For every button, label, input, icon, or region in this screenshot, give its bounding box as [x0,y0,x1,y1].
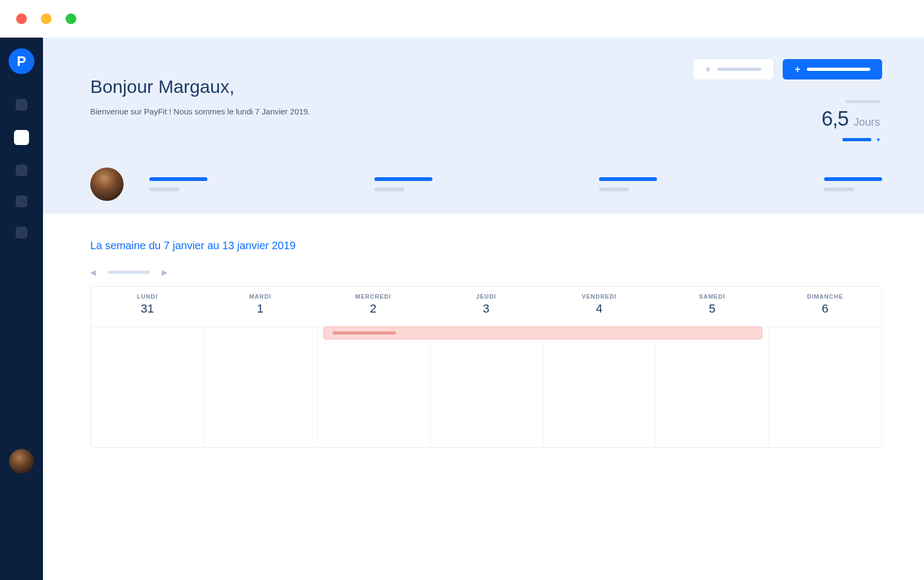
info-slot-3 [599,177,657,191]
calendar-event[interactable] [323,327,762,339]
traffic-light-minimize-icon[interactable] [41,13,52,24]
user-avatar[interactable] [90,168,124,201]
day-of-week-label: MERCREDI [317,293,430,300]
calendar-day-cell[interactable] [543,327,655,447]
day-number: 4 [543,302,655,316]
day-number: 31 [91,302,204,316]
info-slot-2 [374,177,432,191]
day-of-week-label: MARDI [204,293,316,300]
calendar-header-cell: LUNDI 31 [91,287,204,327]
app-logo[interactable]: P [9,48,34,74]
plus-icon: + [795,64,800,74]
info-slot-4 [824,177,882,191]
day-number: 6 [769,302,882,316]
calendar-day-cell[interactable] [204,327,316,447]
secondary-action-label-placeholder [717,68,761,71]
sidebar-item-5[interactable] [16,227,27,238]
week-range-placeholder [108,271,150,274]
calendar-header-cell: JEUDI 3 [430,287,543,327]
day-number: 1 [204,302,316,316]
next-week-icon[interactable]: ▶ [162,268,168,277]
day-of-week-label: JEUDI [430,293,543,300]
profile-info-row [90,168,882,201]
week-section: La semaine du 7 janvier au 13 janvier 20… [43,214,924,448]
info-slot-heading-placeholder [149,177,207,181]
event-title-placeholder [333,331,396,335]
chevron-down-icon: ▾ [877,136,880,143]
calendar-header-cell: SAMEDI 5 [655,287,768,327]
calendar-day-cell[interactable] [317,327,430,447]
info-slot-heading-placeholder [824,177,882,181]
balance-type-dropdown[interactable]: ▾ [821,136,880,143]
day-of-week-label: DIMANCHE [769,293,882,300]
day-number: 3 [430,302,543,316]
info-slot-heading-placeholder [374,177,432,181]
calendar-header-cell: DIMANCHE 6 [769,287,882,327]
calendar-header-cell: MARDI 1 [204,287,316,327]
info-slot-value-placeholder [599,187,629,191]
day-number: 2 [317,302,430,316]
sidebar-item-3[interactable] [16,164,27,176]
calendar-day-cell[interactable] [655,327,768,447]
sidebar-item-1[interactable] [16,99,27,111]
primary-action-button[interactable]: + [783,59,882,79]
greeting-subtitle: Bienvenue sur PayFit ! Nous sommes le lu… [90,107,882,116]
calendar-header-cell: VENDREDI 4 [543,287,655,327]
info-slot-value-placeholder [149,187,179,191]
week-title: La semaine du 7 janvier au 13 janvier 20… [90,240,882,252]
week-calendar: LUNDI 31 MARDI 1 MERCREDI 2 JEUDI 3 VEND… [90,286,882,448]
info-slot-heading-placeholder [599,177,657,181]
sidebar: P [0,38,43,580]
calendar-day-cell[interactable] [769,327,882,447]
prev-week-icon[interactable]: ◀ [90,268,96,277]
day-of-week-label: LUNDI [91,293,204,300]
app-frame: P + + Bonjour Margaux, B [0,38,924,580]
traffic-light-close-icon[interactable] [16,13,27,24]
hero-actions: + + [694,59,882,79]
balance-type-label-placeholder [842,138,871,141]
secondary-action-button[interactable]: + [694,59,774,79]
balance-value: 6,5 [821,107,848,130]
week-paginator: ◀ ▶ [90,268,882,277]
day-of-week-label: VENDREDI [543,293,655,300]
plus-icon: + [705,64,711,74]
sidebar-nav [14,99,29,238]
app-logo-letter: P [17,53,26,70]
primary-action-label-placeholder [807,68,870,71]
sidebar-item-2[interactable] [14,130,29,145]
hero-panel: + + Bonjour Margaux, Bienvenue sur PayFi… [43,38,924,214]
day-number: 5 [655,302,768,316]
main-content: + + Bonjour Margaux, Bienvenue sur PayFi… [43,38,924,580]
info-slot-1 [149,177,207,191]
window-chrome [0,0,924,38]
info-slot-value-placeholder [374,187,405,191]
info-slot-value-placeholder [824,187,854,191]
balance-unit: Jours [854,116,880,128]
calendar-day-cell[interactable] [430,327,543,447]
sidebar-user-avatar[interactable] [9,449,34,474]
day-of-week-label: SAMEDI [655,293,768,300]
balance-label-placeholder [846,100,880,103]
sidebar-item-4[interactable] [16,195,27,207]
traffic-light-zoom-icon[interactable] [66,13,76,24]
calendar-day-cell[interactable] [91,327,204,447]
calendar-header-cell: MERCREDI 2 [317,287,430,327]
leave-balance: 6,5 Jours ▾ [821,100,880,143]
